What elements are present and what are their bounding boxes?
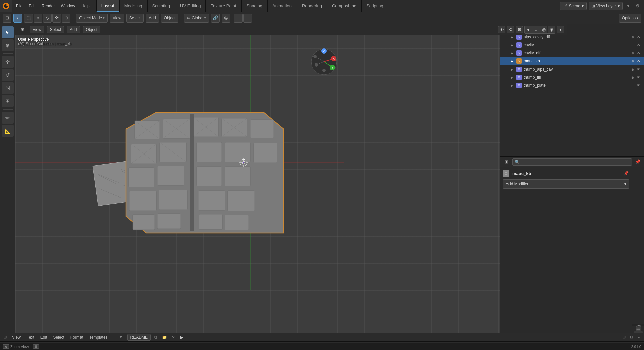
tool-transform[interactable]: ⊞	[2, 95, 14, 107]
tab-layout[interactable]: Layout	[96, 0, 119, 12]
tool-annotate[interactable]: ✏	[2, 112, 14, 124]
bp1-text[interactable]: Text	[25, 334, 36, 340]
view-menu-btn[interactable]: View	[110, 14, 124, 23]
viewport-view-menu[interactable]: View	[30, 26, 44, 33]
viewport-add-menu[interactable]: Add	[67, 26, 80, 33]
properties-pin[interactable]: 📌	[634, 158, 641, 166]
shade-rendered[interactable]: ◉	[548, 26, 555, 33]
tab-texture-paint[interactable]: Texture Paint	[206, 0, 241, 12]
bp1-copy[interactable]: ⧉	[153, 334, 159, 341]
bp1-view-1[interactable]: ⊞	[621, 334, 627, 341]
scene-selector[interactable]: ⎇ Scene ▾	[560, 2, 587, 10]
view-layer-selector[interactable]: ⊞ View Layer ▾	[589, 2, 623, 10]
prop-pin-btn[interactable]: 📌	[623, 170, 629, 177]
outliner-item-thumb-plate[interactable]: ▶ ▽ thumb_plate 👁	[500, 81, 644, 89]
tool-scale[interactable]: ⇲	[2, 82, 14, 94]
bp1-type-btn[interactable]: ⊞	[2, 334, 8, 340]
visibility-icon[interactable]: 👁	[636, 75, 641, 80]
bp1-view-3[interactable]: ≡	[635, 334, 642, 341]
visibility-icon[interactable]: 👁	[636, 58, 641, 64]
blender-logo[interactable]	[0, 0, 12, 12]
viewport-object-menu[interactable]: Object	[83, 26, 101, 33]
bp1-editor-type[interactable]: ▾	[117, 333, 125, 342]
tab-sculpting[interactable]: Sculpting	[147, 0, 175, 12]
settings-icon[interactable]: ⚙	[634, 2, 641, 10]
select-lasso-btn[interactable]: ◇	[43, 14, 52, 23]
select-box-btn[interactable]: ⬚	[24, 14, 33, 23]
wave-btn[interactable]: ~	[243, 14, 252, 23]
viewport-options[interactable]: ▾	[557, 26, 564, 33]
viewport-canvas[interactable]: Z Y X	[15, 35, 567, 333]
select-circle-btn[interactable]: ○	[34, 14, 42, 23]
outliner-item-thumb-alps-cav[interactable]: ▶ ▽ thumb_alps_cav ⊕ 👁	[500, 65, 644, 73]
tool-rotate[interactable]: ↺	[2, 69, 14, 81]
properties-search[interactable]	[512, 158, 632, 166]
bp1-view[interactable]: View	[10, 334, 23, 340]
visibility-icon[interactable]: 👁	[636, 67, 641, 72]
viewport-editor-type[interactable]: ⊞	[18, 25, 27, 34]
proportional-btn[interactable]: ◎	[222, 14, 230, 23]
shade-solid[interactable]: ●	[525, 26, 532, 33]
bp1-open[interactable]: 📁	[161, 334, 168, 341]
mesh-icon: ▽	[516, 67, 522, 72]
tool-select[interactable]	[2, 26, 14, 38]
gizmo-toggle[interactable]: 👁	[498, 26, 505, 33]
menu-edit[interactable]: Edit	[26, 2, 38, 10]
outliner-item-cavity-dif[interactable]: ▶ ▽ cavity_dif ⊕ 👁	[500, 49, 644, 57]
item-name-thumb-plate: thumb_plate	[524, 83, 634, 88]
svg-rect-37	[197, 167, 222, 186]
visibility-icon[interactable]: 👁	[636, 34, 641, 40]
tab-shading[interactable]: Shading	[241, 0, 267, 12]
xray-toggle[interactable]: ⊡	[516, 26, 523, 33]
add-modifier-btn[interactable]: Add Modifier ▾	[503, 179, 629, 189]
options-btn[interactable]: Options ▾	[619, 14, 641, 23]
overlay-toggle[interactable]: ⊙	[507, 26, 514, 33]
tab-uv-editing[interactable]: UV Editing	[175, 0, 206, 12]
bp1-select[interactable]: Select	[51, 334, 66, 340]
select-menu-btn[interactable]: Select	[126, 14, 144, 23]
tab-animation[interactable]: Animation	[267, 0, 297, 12]
select-tool-btn[interactable]	[13, 14, 22, 23]
tab-modeling[interactable]: Modeling	[119, 0, 147, 12]
dot-btn[interactable]: ·	[234, 14, 243, 23]
cursor-btn[interactable]: ⊕	[62, 14, 70, 23]
menu-help[interactable]: Help	[78, 2, 92, 10]
bp1-templates[interactable]: Templates	[87, 334, 110, 340]
top-menu-items: File Edit Render Window Help	[12, 2, 94, 10]
tool-cursor[interactable]: ⊕	[2, 39, 14, 51]
transform-space-btn[interactable]: ⊛ Global ▾	[184, 14, 209, 23]
visibility-icon[interactable]: 👁	[636, 50, 641, 56]
tweak-btn[interactable]: ✜	[52, 14, 61, 23]
shade-wire[interactable]: ○	[532, 26, 540, 33]
top-menu-bar: File Edit Render Window Help Layout Mode…	[0, 0, 644, 12]
menu-file[interactable]: File	[13, 2, 25, 10]
outliner-item-thumb-fill[interactable]: ▶ ▽ thumb_fill ⊕ 👁	[500, 73, 644, 81]
prop-tab-scene[interactable]: 🎬	[634, 325, 643, 331]
tool-move[interactable]: ✛	[2, 56, 14, 68]
tab-compositing[interactable]: Compositing	[327, 0, 361, 12]
viewport[interactable]: ⊞ View Select Add Object 👁 ⊙ ⊡ ● ○ ◎ ◉ ▾	[15, 24, 567, 333]
properties-type-btn[interactable]: ⊞	[503, 158, 510, 166]
bp1-view-2[interactable]: ⊟	[628, 334, 635, 341]
bp1-edit[interactable]: Edit	[38, 334, 49, 340]
filter-icon[interactable]: ▼	[625, 2, 632, 10]
object-mode-btn[interactable]: Object Mode ▾	[76, 14, 108, 23]
object-menu-btn[interactable]: Object	[161, 14, 179, 23]
bp1-play[interactable]: ▶	[179, 334, 185, 341]
menu-render[interactable]: Render	[39, 2, 57, 10]
outliner-item-cavity[interactable]: ▶ ▽ cavity 👁	[500, 41, 644, 49]
visibility-icon[interactable]: 👁	[636, 42, 641, 48]
menu-window[interactable]: Window	[58, 2, 78, 10]
add-menu-btn[interactable]: Add	[146, 14, 159, 23]
bp1-close[interactable]: ✕	[170, 334, 177, 341]
editor-type-btn[interactable]: ⊞	[3, 14, 11, 23]
snap-btn[interactable]: 🔗	[211, 14, 220, 23]
tab-scripting[interactable]: Scripting	[361, 0, 388, 12]
bp1-format[interactable]: Format	[68, 334, 85, 340]
viewport-select-menu[interactable]: Select	[47, 26, 64, 33]
shade-material[interactable]: ◎	[540, 26, 547, 33]
tool-measure[interactable]: 📐	[2, 125, 14, 137]
tab-rendering[interactable]: Rendering	[297, 0, 327, 12]
visibility-icon[interactable]: 👁	[636, 83, 641, 88]
outliner-item-mauc-kb[interactable]: ▶ ▽ mauc_kb ⊕ 👁	[500, 57, 644, 65]
